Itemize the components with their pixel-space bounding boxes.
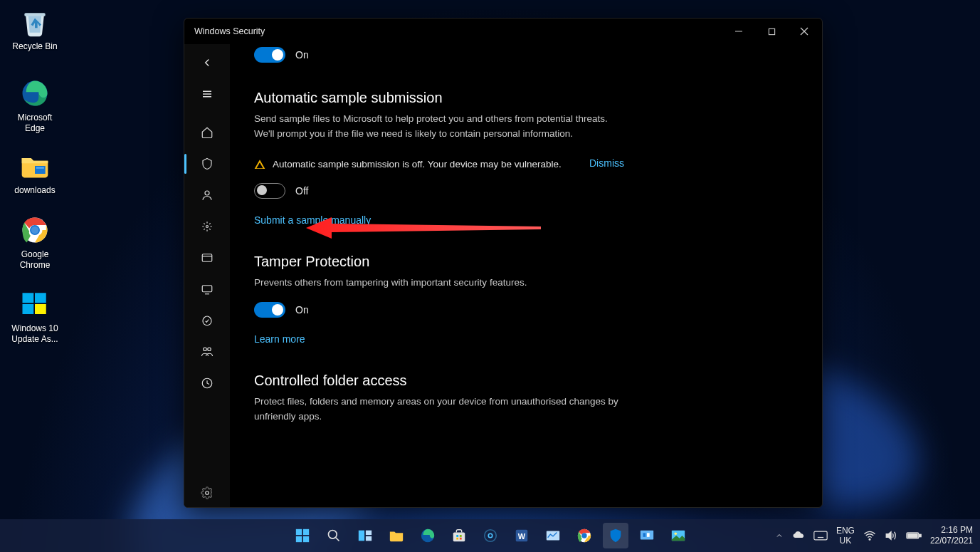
tray-wifi-icon[interactable] [863, 529, 876, 542]
warning-row: Automatic sample submission is off. Your… [254, 157, 624, 172]
svg-marker-65 [886, 532, 891, 540]
svg-rect-12 [769, 28, 774, 34]
desktop-icon-label: Google Chrome [7, 249, 63, 271]
section-title-tamper-protection: Tamper Protection [254, 254, 798, 270]
svg-rect-68 [907, 533, 917, 537]
taskbar: W ENG UK 2:16 PM 22/07/2021 [0, 519, 980, 552]
menu-button[interactable] [184, 80, 230, 108]
tray-language[interactable]: ENG UK [836, 526, 855, 546]
taskbar-chrome[interactable] [571, 523, 597, 548]
svg-rect-44 [456, 538, 458, 540]
svg-rect-55 [647, 533, 650, 537]
recycle-bin-icon [19, 6, 51, 38]
svg-rect-3 [36, 167, 44, 169]
desktop-icon-recycle-bin[interactable]: Recycle Bin [7, 6, 63, 52]
svg-rect-38 [365, 531, 371, 535]
taskbar-store[interactable] [446, 523, 472, 548]
search-button[interactable] [321, 523, 347, 548]
svg-point-25 [208, 348, 211, 351]
sidebar-settings[interactable] [184, 479, 230, 507]
svg-point-35 [328, 531, 337, 539]
section-title-controlled-folder-access: Controlled folder access [254, 373, 798, 389]
sidebar [184, 44, 230, 507]
svg-rect-10 [35, 304, 46, 314]
svg-rect-45 [459, 538, 461, 540]
sidebar-account-protection[interactable] [184, 181, 230, 209]
svg-point-27 [206, 491, 209, 495]
sidebar-app-browser-control[interactable] [184, 244, 230, 272]
svg-rect-42 [456, 535, 458, 537]
taskbar-settings[interactable] [478, 523, 503, 548]
content-area[interactable]: On Automatic sample submission Send samp… [230, 44, 822, 507]
svg-rect-28 [259, 164, 260, 166]
windows-security-window: Windows Security On [184, 18, 823, 508]
tray-clock[interactable]: 2:16 PM 22/07/2021 [930, 525, 973, 546]
svg-rect-22 [202, 286, 212, 292]
svg-rect-2 [35, 166, 46, 174]
sidebar-protection-history[interactable] [184, 369, 230, 397]
sidebar-family-options[interactable] [184, 338, 230, 366]
desktop-icon-label: Recycle Bin [7, 41, 63, 52]
svg-rect-43 [459, 535, 461, 537]
svg-text:W: W [517, 532, 525, 541]
dismiss-link[interactable]: Dismiss [589, 157, 624, 169]
tray-battery-icon[interactable] [906, 531, 922, 541]
svg-rect-0 [24, 13, 45, 16]
toggle-label: On [295, 304, 309, 316]
sidebar-device-security[interactable] [184, 275, 230, 303]
taskbar-explorer[interactable] [384, 523, 409, 548]
toggle-label: On [295, 49, 309, 61]
taskbar-app-1[interactable] [540, 523, 566, 548]
start-button[interactable] [290, 523, 315, 548]
tray-chevron-icon[interactable] [775, 531, 784, 540]
chrome-icon [19, 214, 51, 246]
taskbar-app-2[interactable] [634, 523, 660, 548]
maximize-button[interactable] [755, 19, 788, 44]
desktop-icon-downloads[interactable]: downloads [7, 150, 63, 196]
taskbar-center: W [290, 523, 691, 548]
minimize-button[interactable] [722, 19, 755, 44]
sidebar-device-performance[interactable] [184, 306, 230, 335]
svg-rect-41 [453, 532, 465, 541]
submit-sample-manually-link[interactable]: Submit a sample manually [254, 214, 371, 226]
taskbar-word[interactable]: W [509, 523, 534, 548]
sidebar-home[interactable] [184, 118, 230, 147]
sidebar-firewall-network[interactable] [184, 212, 230, 241]
warning-text: Automatic sample submission is off. Your… [273, 157, 568, 172]
taskbar-windows-security[interactable] [603, 523, 628, 548]
svg-rect-29 [259, 167, 260, 167]
titlebar: Windows Security [184, 19, 822, 44]
warning-icon [254, 159, 265, 170]
back-button[interactable] [184, 48, 230, 77]
taskbar-photos[interactable] [665, 523, 691, 548]
automatic-sample-submission-toggle[interactable] [254, 183, 285, 199]
window-title: Windows Security [194, 26, 722, 36]
tamper-protection-toggle[interactable] [254, 302, 285, 318]
desktop-icon-label: Microsoft Edge [7, 113, 63, 134]
cloud-protection-toggle[interactable] [254, 47, 285, 63]
tray-onedrive-icon[interactable] [792, 529, 805, 542]
svg-rect-20 [202, 254, 212, 262]
svg-rect-67 [920, 534, 922, 536]
desktop-icon-windows-update[interactable]: Windows 10 Update As... [7, 288, 63, 345]
tray-keyboard-icon[interactable] [813, 531, 828, 541]
windows-flag-icon [19, 288, 51, 321]
close-button[interactable] [788, 19, 821, 44]
svg-point-47 [484, 530, 496, 542]
section-desc: Send sample files to Microsoft to help p… [254, 112, 624, 142]
task-view-button[interactable] [352, 523, 378, 548]
svg-point-52 [581, 533, 586, 538]
folder-icon [19, 150, 51, 182]
tray-volume-icon[interactable] [885, 529, 897, 542]
sidebar-virus-threat-protection[interactable] [184, 150, 230, 178]
svg-point-57 [674, 532, 677, 535]
desktop-icon-edge[interactable]: Microsoft Edge [7, 77, 63, 134]
section-desc: Prevents others from tampering with impo… [254, 276, 624, 291]
learn-more-link[interactable]: Learn more [254, 333, 305, 345]
svg-line-36 [335, 538, 339, 541]
desktop-icon-chrome[interactable]: Google Chrome [7, 214, 63, 271]
taskbar-edge[interactable] [415, 523, 441, 548]
svg-rect-54 [643, 533, 646, 537]
svg-rect-32 [302, 529, 308, 535]
svg-point-6 [31, 226, 39, 234]
